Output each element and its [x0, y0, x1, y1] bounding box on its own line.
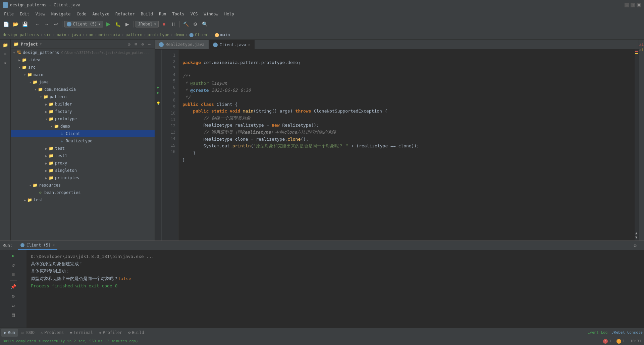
menu-help[interactable]: Help: [222, 11, 237, 17]
sdk-button[interactable]: ⚙: [191, 20, 199, 28]
window-controls[interactable]: — □ ✕: [625, 3, 641, 7]
settings-run-icon[interactable]: ⚙: [634, 243, 636, 248]
pin-tab-button[interactable]: 📌: [9, 283, 17, 291]
tree-demo[interactable]: ▾ 📁 demo: [11, 123, 155, 130]
tree-client[interactable]: ☕ Client: [11, 130, 155, 137]
footer-tab-profiler[interactable]: ◈ Profiler: [96, 329, 125, 337]
open-button[interactable]: 📂: [11, 20, 19, 28]
menu-view[interactable]: View: [33, 11, 48, 17]
new-file-button[interactable]: 📄: [2, 20, 10, 28]
breadcrumb-main-method[interactable]: ⬤: [215, 32, 219, 37]
hint-gutter-10[interactable]: 💡: [155, 100, 161, 106]
tree-test[interactable]: ▶ 📁 test: [11, 145, 155, 152]
jrebel-dropdown[interactable]: JRebel ▾: [136, 21, 159, 27]
tab-realizetype[interactable]: Realizetype.java: [155, 40, 209, 49]
stop-button[interactable]: ■: [160, 20, 168, 28]
back-button[interactable]: ←: [33, 20, 41, 28]
clear-console-button[interactable]: 🗑: [9, 311, 17, 319]
menu-window[interactable]: Window: [201, 11, 221, 17]
tree-com-meimeixia[interactable]: ▾ 📁 com.meimeixia: [11, 86, 155, 93]
tab-client[interactable]: Client.java ✕: [209, 40, 255, 49]
maximize-button[interactable]: □: [631, 3, 635, 7]
locate-icon[interactable]: ◎: [126, 42, 132, 47]
tree-singleton[interactable]: ▶ 📁 singleton: [11, 167, 155, 174]
warning-count[interactable]: ! 1: [616, 339, 625, 344]
build-project-button[interactable]: 🔨: [182, 20, 190, 28]
forward-button[interactable]: →: [43, 20, 51, 28]
tree-design-patterns[interactable]: ▾ 🏗 design_patterns C:\Users\32120\IdeaP…: [11, 49, 155, 56]
breadcrumb-main[interactable]: main: [57, 32, 66, 37]
breadcrumb-pattern[interactable]: pattern: [125, 32, 143, 37]
menu-edit[interactable]: Edit: [17, 11, 32, 17]
hide-panel-icon[interactable]: —: [147, 42, 152, 47]
debug-button[interactable]: 🐛: [114, 20, 122, 28]
tree-idea[interactable]: ▶ 📁 .idea: [11, 56, 155, 64]
run-gutter-8[interactable]: ▶: [155, 90, 161, 95]
menu-code[interactable]: Code: [74, 11, 89, 17]
minimize-button[interactable]: —: [625, 3, 629, 7]
tree-test1[interactable]: ▶ 📁 test1: [11, 152, 155, 159]
footer-tab-build[interactable]: ⚙ Build: [125, 329, 147, 337]
footer-tab-todo[interactable]: ☑ TODO: [18, 329, 37, 337]
bottom-tab-client[interactable]: Client (5) ×: [18, 241, 57, 250]
breadcrumb-design-patterns[interactable]: design_patterns: [3, 32, 39, 37]
collapse-all-icon[interactable]: ⊟: [133, 42, 139, 47]
bookmarks-icon[interactable]: ★: [1, 58, 9, 66]
menu-analyze[interactable]: Analyze: [90, 11, 112, 17]
project-icon[interactable]: 📁: [1, 41, 9, 49]
breadcrumb-main[interactable]: main: [220, 32, 230, 37]
settings-console-button[interactable]: ⚙: [9, 292, 17, 300]
undo-button[interactable]: ↩: [52, 20, 60, 28]
close-button[interactable]: ✕: [637, 3, 641, 7]
run-config-dropdown[interactable]: Client (5) ▾: [64, 21, 103, 27]
settings-icon[interactable]: ⚙: [140, 42, 145, 47]
menu-vcs[interactable]: VCS: [188, 11, 201, 17]
tree-factory[interactable]: ▶ 📁 factory: [11, 108, 155, 115]
breadcrumb-java[interactable]: java: [71, 32, 81, 37]
tree-prototype[interactable]: ▾ 📁 prototype: [11, 115, 155, 123]
tree-proxy[interactable]: ▶ 📁 proxy: [11, 159, 155, 167]
tab-client-close[interactable]: ✕: [248, 43, 250, 47]
scroll-down-icon[interactable]: ▼: [635, 235, 637, 239]
tree-realizetype[interactable]: ☕ Realizetype: [11, 137, 155, 145]
run-gutter-7[interactable]: ▶: [155, 84, 161, 90]
tree-pattern[interactable]: ▾ 📁 pattern: [11, 93, 155, 100]
editor-scrollbar[interactable]: ▲ ▼: [635, 50, 639, 240]
scroll-up-icon[interactable]: ▲: [635, 231, 637, 235]
menu-file[interactable]: File: [1, 11, 16, 17]
project-dropdown-arrow[interactable]: ▾: [40, 42, 42, 46]
menu-build[interactable]: Build: [138, 11, 156, 17]
run-button[interactable]: ▶: [104, 20, 112, 28]
code-content[interactable]: package com.meimeixia.pattern.prototype.…: [178, 50, 635, 240]
jrebel-console-link[interactable]: JRebel Console: [611, 330, 643, 335]
menu-refactor[interactable]: Refactor: [113, 11, 138, 17]
breadcrumb-src[interactable]: src: [44, 32, 52, 37]
breadcrumb-prototype[interactable]: prototype: [148, 32, 169, 37]
search-everywhere[interactable]: 🔍: [201, 20, 209, 28]
breadcrumb-demo[interactable]: demo: [174, 32, 184, 37]
breadcrumb-client-class[interactable]: ⬤: [189, 32, 194, 37]
run-again-button[interactable]: ▶: [9, 252, 17, 260]
run-with-coverage[interactable]: ▶: [123, 20, 131, 28]
tree-resources[interactable]: ▾ 📁 resources: [11, 182, 155, 189]
breadcrumb-client[interactable]: Client: [195, 32, 209, 37]
structure-icon[interactable]: ≡: [1, 50, 9, 58]
tree-src[interactable]: ▾ 📁 src: [11, 64, 155, 71]
warning-indicator[interactable]: ✓1: [639, 48, 644, 52]
tree-java[interactable]: ▾ 📁 java: [11, 78, 155, 86]
error-count[interactable]: ! 1: [603, 339, 611, 344]
save-button[interactable]: 💾: [21, 20, 29, 28]
pause-button[interactable]: ⏸: [169, 20, 177, 28]
footer-tab-problems[interactable]: ⚠ Problems: [38, 329, 66, 337]
menu-navigate[interactable]: Navigate: [49, 11, 73, 17]
hide-run-icon[interactable]: —: [639, 243, 641, 248]
error-indicator[interactable]: ⚠1: [639, 42, 644, 47]
tree-principles[interactable]: ▶ 📁 principles: [11, 174, 155, 182]
breadcrumb-com[interactable]: com: [86, 32, 94, 37]
menu-tools[interactable]: Tools: [170, 11, 187, 17]
tree-builder[interactable]: ▶ 📁 builder: [11, 100, 155, 108]
tree-bean-props[interactable]: ⚙ bean.properties: [11, 189, 155, 196]
event-log-link[interactable]: Event Log: [588, 330, 608, 335]
tree-main[interactable]: ▾ 📁 main: [11, 71, 155, 78]
breadcrumb-meimeixia[interactable]: meimeixia: [99, 32, 120, 37]
